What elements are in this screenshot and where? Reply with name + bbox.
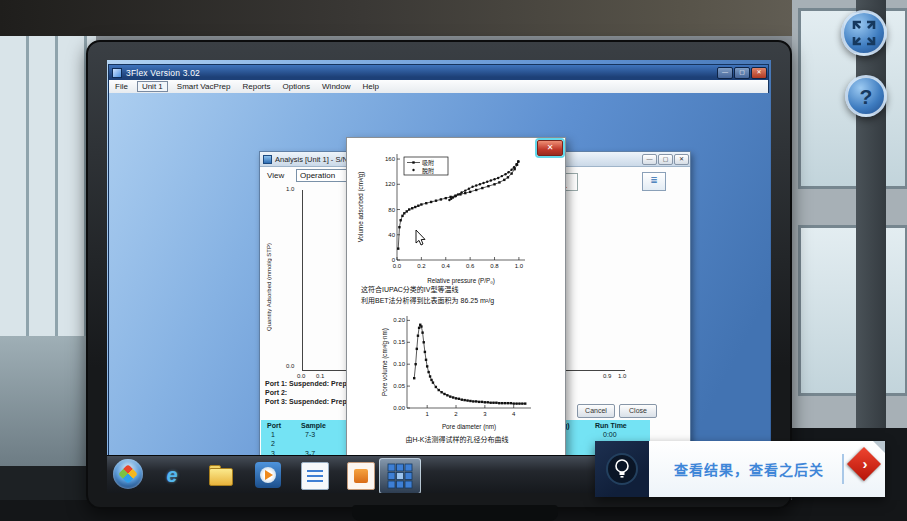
- app-title-bar[interactable]: 3Flex Version 3.02 — ▢ ✕: [109, 65, 768, 80]
- bet-note: 利用BET法分析得到比表面积为 86.25 m²/g: [361, 295, 553, 305]
- analyzer-icon: [263, 155, 272, 164]
- svg-text:2: 2: [454, 411, 458, 417]
- svg-text:120: 120: [385, 181, 396, 187]
- table-row: 1: [271, 431, 275, 438]
- app-icon: [112, 68, 122, 78]
- quantity-adsorbed-axis-label: Quantity Adsorbed (mmol/g STP): [266, 212, 276, 362]
- expand-arrows-icon: [844, 13, 884, 53]
- svg-text:0.15: 0.15: [393, 339, 405, 345]
- maximize-button[interactable]: ▢: [734, 67, 750, 79]
- internet-explorer-icon[interactable]: e: [159, 462, 185, 488]
- view-dropdown-value: Operation: [300, 171, 335, 180]
- menu-bar: File Unit 1 Smart VacPrep Reports Option…: [109, 80, 768, 94]
- divider: [842, 454, 844, 484]
- menu-smart-vacprep[interactable]: Smart VacPrep: [171, 82, 237, 91]
- svg-text:Pore diameter (nm): Pore diameter (nm): [442, 423, 496, 431]
- svg-text:0.00: 0.00: [393, 405, 405, 411]
- svg-text:吸附: 吸附: [422, 159, 434, 167]
- svg-text:0.2: 0.2: [417, 263, 426, 269]
- tick-label: 0.9: [603, 373, 611, 379]
- svg-text:脱附: 脱附: [422, 167, 434, 175]
- svg-text:40: 40: [388, 232, 395, 238]
- tip-panel: 查看结果，查看之后关 ›: [649, 441, 885, 497]
- table-row: 7-3: [305, 431, 315, 438]
- tick-label: 0.0: [297, 373, 305, 379]
- svg-text:Volume adsorbed (cm³/g): Volume adsorbed (cm³/g): [357, 172, 365, 243]
- svg-text:3: 3: [483, 411, 487, 417]
- file-explorer-icon[interactable]: [207, 462, 233, 488]
- svg-text:0.4: 0.4: [442, 263, 451, 269]
- svg-text:4: 4: [512, 411, 516, 417]
- menu-options[interactable]: Options: [276, 82, 316, 91]
- start-button[interactable]: [113, 459, 143, 489]
- lightbulb-icon: [606, 453, 638, 485]
- svg-text:0.05: 0.05: [393, 383, 405, 389]
- menu-file[interactable]: File: [109, 82, 134, 91]
- table-row: 0:00: [603, 431, 617, 438]
- svg-text:1.0: 1.0: [515, 263, 524, 269]
- 3flex-grid-icon: [387, 463, 413, 489]
- svg-text:0.8: 0.8: [490, 263, 499, 269]
- 3flex-window: 3Flex Version 3.02 — ▢ ✕ File Unit 1 Sma…: [108, 64, 769, 455]
- menu-reports[interactable]: Reports: [236, 82, 276, 91]
- svg-text:80: 80: [388, 207, 395, 213]
- media-player-icon[interactable]: [255, 462, 281, 488]
- taskbar-3flex-active-icon[interactable]: [379, 458, 421, 493]
- tick-label: 0.1: [316, 373, 324, 379]
- col-header-sample: Sample: [301, 422, 326, 429]
- chevron-right-icon: ›: [855, 454, 875, 474]
- col-header-port: Port: [267, 422, 281, 429]
- tip-bar-accent: [595, 441, 649, 497]
- cancel-button[interactable]: Cancel: [577, 404, 615, 418]
- pore-distribution-chart: 12340.000.050.100.150.20Pore diameter (n…: [379, 310, 539, 432]
- room-wall-left-mid: [0, 336, 96, 466]
- analyzer-minimize-button[interactable]: —: [642, 154, 657, 165]
- mouse-cursor-icon: [415, 230, 427, 246]
- list-icon[interactable]: ≣: [642, 172, 666, 191]
- menu-window[interactable]: Window: [316, 82, 356, 91]
- port2-status: Port 2:: [265, 389, 287, 396]
- page-fold-corner: [873, 441, 885, 453]
- app-title: 3Flex Version 3.02: [126, 68, 717, 78]
- tick-label: 0.0: [286, 363, 294, 369]
- svg-text:0.0: 0.0: [393, 263, 402, 269]
- folder-body: [209, 468, 233, 486]
- menu-help[interactable]: Help: [357, 82, 385, 91]
- analyzer-maximize-button[interactable]: ▢: [658, 154, 673, 165]
- menu-unit1[interactable]: Unit 1: [137, 81, 168, 92]
- tick-label: 1.0: [286, 186, 294, 192]
- close-button[interactable]: ✕: [751, 67, 767, 79]
- document-viewer-icon[interactable]: [301, 462, 329, 490]
- table-row: 2: [271, 440, 275, 447]
- close-button-analyzer[interactable]: Close: [619, 404, 657, 418]
- windows-flag-icon: [118, 464, 138, 484]
- view-label: View: [267, 171, 284, 180]
- svg-text:Pore volume (cm³/g·nm): Pore volume (cm³/g·nm): [381, 328, 389, 396]
- svg-text:1: 1: [426, 411, 430, 417]
- report-popup: ✕ 0.00.20.40.60.81.004080120160Relative …: [346, 137, 566, 455]
- fullscreen-button[interactable]: [841, 10, 887, 56]
- tip-text: 查看结果，查看之后关: [659, 441, 839, 497]
- analyzer-close-button[interactable]: ✕: [674, 154, 689, 165]
- tick-label: 1.0: [618, 373, 626, 379]
- room-ceiling: [0, 0, 907, 36]
- room-pillar: [856, 0, 886, 455]
- col-header-runtime: Run Time: [595, 422, 627, 429]
- screen: 3Flex Version 3.02 — ▢ ✕ File Unit 1 Sma…: [107, 60, 771, 493]
- room-window-wall-left: [0, 36, 96, 336]
- mdi-client-area: Analysis [Unit 1] - S/N: 625 — ▢ ✕ View …: [109, 93, 770, 455]
- svg-text:0.6: 0.6: [466, 263, 475, 269]
- svg-text:0.10: 0.10: [393, 361, 405, 367]
- simulation-scene: 3Flex Version 3.02 — ▢ ✕ File Unit 1 Sma…: [0, 0, 907, 521]
- isotherm-chart: 0.00.20.40.60.81.004080120160Relative pr…: [355, 146, 555, 286]
- svg-text:160: 160: [385, 156, 396, 162]
- room-window-pane: [798, 225, 907, 396]
- monitor-stand: [352, 505, 558, 521]
- tutorial-tip-bar: 查看结果，查看之后关 ›: [595, 441, 885, 497]
- minimize-button[interactable]: —: [717, 67, 733, 79]
- pore-chart-caption: 由H-K法测得试样的孔径分布曲线: [347, 434, 567, 444]
- help-button[interactable]: ?: [845, 75, 887, 117]
- isotherm-note: 这符合IUPAC分类的IV型等温线: [361, 284, 553, 294]
- presentation-app-icon[interactable]: [347, 462, 375, 490]
- play-triangle-icon: [265, 470, 273, 480]
